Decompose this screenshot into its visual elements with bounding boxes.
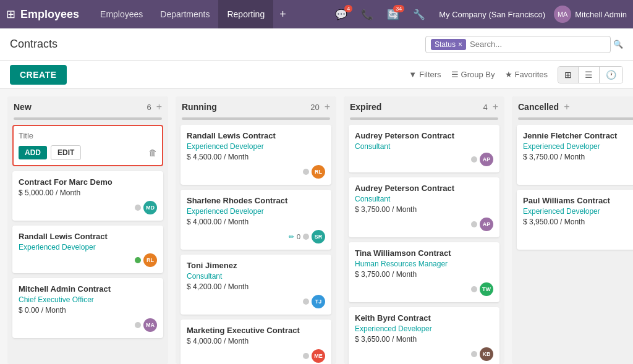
card-footer: KB <box>355 347 493 361</box>
kanban-card[interactable]: Audrey Peterson ContractConsultant$ 3,75… <box>349 177 499 237</box>
col-header-new: New6+ <box>7 96 168 117</box>
card-footer: AP <box>355 218 493 231</box>
card-subtitle: Human Resources Manager <box>355 260 493 268</box>
kanban-card[interactable]: Marketing Executive Contract$ 4,000.00 /… <box>181 320 331 364</box>
card-status-dot <box>303 353 309 359</box>
new-card-add-button[interactable]: ADD <box>19 146 47 159</box>
card-subtitle: Consultant <box>187 272 325 281</box>
col-progress-expired <box>350 117 498 120</box>
card-amount: $ 4,200.00 / Month <box>187 282 325 291</box>
avatar-initials: MA <box>558 11 568 18</box>
nav-item-employees[interactable]: Employees <box>91 0 151 28</box>
card-title: Marketing Executive Contract <box>187 326 325 335</box>
card-avatar: AP <box>480 153 493 166</box>
col-add-running[interactable]: + <box>325 101 330 112</box>
card-status-dot <box>471 286 477 292</box>
view-toggle: ⊞ ☰ 🕐 <box>558 66 623 83</box>
card-footer: MA <box>19 318 157 332</box>
card-subtitle: Experienced Developer <box>187 207 325 216</box>
filters-button[interactable]: ▼ Filters <box>409 70 441 79</box>
card-amount: $ 3,750.00 / Month <box>355 270 493 279</box>
card-amount: $ 4,500.00 / Month <box>187 153 325 161</box>
kanban-card[interactable]: Paul Williams ContractExperienced Develo… <box>517 190 633 250</box>
card-title: Audrey Peterson Contract <box>355 131 493 140</box>
kanban-card[interactable]: Sharlene Rhodes ContractExperienced Deve… <box>181 190 331 250</box>
kanban-col-new: New6+ADDEDIT🗑Contract For Marc Demo$ 5,0… <box>7 96 168 364</box>
kanban-view-button[interactable]: ⊞ <box>558 67 579 83</box>
app-logo: Employees <box>20 8 79 21</box>
card-avatar: MD <box>143 201 157 214</box>
new-card-delete-button[interactable]: 🗑 <box>148 148 157 158</box>
groupby-button[interactable]: ☰ Group By <box>451 70 495 79</box>
card-avatar: TJ <box>312 295 325 308</box>
grid-icon[interactable]: ⊞ <box>6 7 15 21</box>
card-avatar: AP <box>480 218 493 231</box>
page-title: Contracts <box>10 38 425 51</box>
filter-icon: ▼ <box>409 70 417 79</box>
kanban-card[interactable]: Tina Williamson ContractHuman Resources … <box>349 242 499 302</box>
card-footer: MD <box>19 201 157 214</box>
list-view-button[interactable]: ☰ <box>579 67 600 83</box>
col-count-running: 20 <box>310 103 319 112</box>
kanban-card[interactable]: Toni JimenezConsultant$ 4,200.00 / Month… <box>181 255 331 315</box>
card-avatar: RL <box>312 165 325 179</box>
nav-item-reporting[interactable]: Reporting <box>218 0 273 28</box>
nav-menu: Employees Departments Reporting + <box>91 0 330 28</box>
card-status-dot <box>135 322 141 328</box>
phone-icon-btn[interactable]: 📞 <box>356 6 378 23</box>
col-title-running: Running <box>182 102 217 112</box>
card-status-dot <box>303 298 309 305</box>
refresh-icon-btn[interactable]: 🔄 34 <box>382 6 404 23</box>
col-add-new[interactable]: + <box>156 101 162 112</box>
create-button[interactable]: CREATE <box>10 65 67 85</box>
card-subtitle: Experienced Developer <box>523 207 633 216</box>
clock-view-button[interactable]: 🕐 <box>600 67 622 83</box>
nav-item-departments[interactable]: Departments <box>151 0 218 28</box>
card-subtitle: Consultant <box>355 195 493 203</box>
user-avatar[interactable]: MA <box>554 6 571 23</box>
kanban-card[interactable]: Jennie Fletcher ContractExperienced Deve… <box>517 125 633 185</box>
kanban-card[interactable]: Keith Byrd ContractExperienced Developer… <box>349 307 499 364</box>
kanban-card[interactable]: Contract For Marc Demo$ 5,000.00 / Month… <box>12 171 163 221</box>
col-header-cancelled: Cancelled+ <box>512 96 633 117</box>
search-input[interactable] <box>470 40 605 49</box>
card-amount: $ 0.00 / Month <box>19 306 157 315</box>
search-icon[interactable]: 🔍 <box>613 40 623 49</box>
new-card-edit-button[interactable]: EDIT <box>51 145 81 160</box>
favorites-button[interactable]: ★ Favorites <box>505 70 548 79</box>
col-add-cancelled[interactable]: + <box>564 101 569 112</box>
kanban-card[interactable]: Randall Lewis ContractExperienced Develo… <box>12 226 163 273</box>
col-title-new: New <box>14 102 32 112</box>
card-title: Jennie Fletcher Contract <box>523 131 633 140</box>
card-footer: JF <box>523 165 633 179</box>
card-status-dot <box>471 156 477 163</box>
kanban-card[interactable]: Mitchell Admin ContractChief Executive O… <box>12 278 163 338</box>
card-subtitle: Experienced Developer <box>187 142 325 151</box>
card-footer: RL <box>187 165 325 179</box>
col-add-expired[interactable]: + <box>493 101 498 112</box>
card-footer: ME <box>187 349 325 363</box>
card-title: Randall Lewis Contract <box>19 232 157 241</box>
card-footer: AP <box>355 153 493 166</box>
card-amount: $ 4,000.00 / Month <box>187 337 325 345</box>
card-avatar: RL <box>143 253 157 267</box>
kanban-board: New6+ADDEDIT🗑Contract For Marc Demo$ 5,0… <box>0 89 633 364</box>
chat-icon-btn[interactable]: 💬 4 <box>330 6 352 23</box>
card-title: Randall Lewis Contract <box>187 131 325 140</box>
card-status-dot <box>471 351 477 357</box>
search-tag-remove[interactable]: × <box>458 40 462 49</box>
card-title: Contract For Marc Demo <box>19 177 157 187</box>
card-avatar: MA <box>143 318 157 332</box>
col-header-running: Running20+ <box>176 96 336 117</box>
groupby-label: Group By <box>461 70 495 79</box>
new-card-title-field[interactable] <box>19 131 157 140</box>
wrench-icon-btn[interactable]: 🔧 <box>408 6 430 23</box>
col-count-new: 6 <box>147 103 151 112</box>
favorites-label: Favorites <box>515 70 548 79</box>
company-name: My Company (San Francisco) <box>439 10 545 19</box>
kanban-card[interactable]: Randall Lewis ContractExperienced Develo… <box>181 125 331 185</box>
nav-add-button[interactable]: + <box>273 8 292 21</box>
card-subtitle: Experienced Developer <box>523 142 633 151</box>
kanban-card[interactable]: Audrey Peterson ContractConsultantAP <box>349 125 499 172</box>
search-tag-status[interactable]: Status × <box>431 39 466 50</box>
